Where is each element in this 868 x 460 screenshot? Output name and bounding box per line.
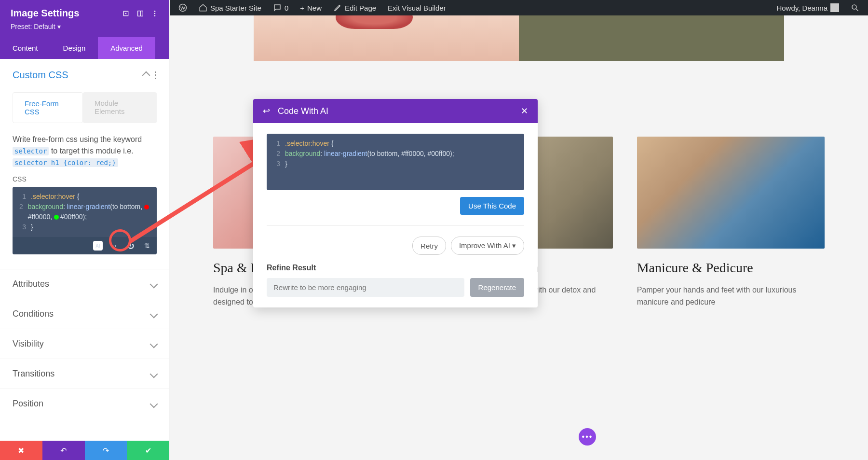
service-body: Pamper your hands and feet with our luxu… bbox=[637, 284, 825, 308]
exit-builder-link[interactable]: Exit Visual Builder bbox=[384, 4, 450, 12]
tab-advanced[interactable]: Advanced bbox=[98, 37, 155, 59]
comment-icon bbox=[273, 3, 282, 12]
svg-point-1 bbox=[125, 13, 127, 14]
sidebar-title: Image Settings bbox=[11, 8, 122, 19]
hero-image[interactable] bbox=[254, 15, 519, 61]
chevron-down-icon bbox=[150, 340, 158, 348]
help-text: Write free-form css using the keyword se… bbox=[13, 134, 157, 168]
undo-button[interactable]: ↶ bbox=[42, 441, 85, 460]
refine-input[interactable] bbox=[267, 278, 464, 297]
user-greeting[interactable]: Howdy, Deanna bbox=[773, 3, 843, 12]
pencil-icon bbox=[333, 3, 342, 12]
tab-design[interactable]: Design bbox=[51, 37, 98, 59]
tab-content[interactable]: Content bbox=[0, 37, 51, 59]
chevron-down-icon: ▾ bbox=[57, 23, 61, 30]
improve-with-ai-button[interactable]: Improve With AI ▾ bbox=[451, 237, 524, 255]
plus-icon: + bbox=[300, 4, 304, 12]
panel-icon[interactable] bbox=[136, 10, 144, 17]
redo-button[interactable]: ↷ bbox=[85, 441, 127, 460]
chevron-down-icon bbox=[150, 400, 158, 408]
avatar bbox=[830, 3, 839, 12]
svg-point-4 bbox=[154, 11, 156, 12]
use-code-button[interactable]: Use This Code bbox=[460, 197, 524, 215]
builder-fab[interactable]: ••• bbox=[579, 428, 596, 446]
svg-point-7 bbox=[179, 4, 187, 12]
css-editor[interactable]: 1.selector:hover { 2 background: linear-… bbox=[13, 187, 157, 254]
target-icon[interactable] bbox=[122, 10, 130, 17]
accordion-position[interactable]: Position bbox=[0, 389, 169, 418]
site-link[interactable]: Spa Starter Site bbox=[195, 3, 265, 12]
hero-side-panel bbox=[519, 15, 784, 61]
ai-code-preview: 1.selector:hover { 2 background: linear-… bbox=[267, 134, 524, 190]
sidebar-header: Image Settings Preset: Default ▾ bbox=[0, 0, 169, 37]
home-icon bbox=[199, 3, 207, 12]
sidebar-footer: ✖ ↶ ↷ ✔ bbox=[0, 441, 169, 460]
sidebar-tabs: Content Design Advanced bbox=[0, 37, 169, 59]
svg-line-9 bbox=[856, 9, 858, 11]
sidebar-body: Custom CSS Free-Form CSS Module Elements… bbox=[0, 59, 169, 441]
chevron-down-icon: ▾ bbox=[512, 241, 516, 250]
subtab-freeform[interactable]: Free-Form CSS bbox=[13, 92, 83, 123]
accordion-attributes[interactable]: Attributes bbox=[0, 269, 169, 299]
back-icon[interactable]: ↩ bbox=[263, 106, 270, 116]
search-icon[interactable] bbox=[847, 3, 863, 12]
kebab-icon[interactable] bbox=[155, 71, 157, 79]
expand-icon[interactable]: ↔ bbox=[109, 241, 119, 251]
chevron-down-icon bbox=[150, 310, 158, 318]
sort-icon[interactable]: ⇅ bbox=[142, 241, 152, 251]
svg-point-5 bbox=[154, 13, 156, 14]
wp-logo-icon[interactable] bbox=[175, 3, 191, 12]
css-field-label: CSS bbox=[13, 175, 157, 183]
cancel-button[interactable]: ✖ bbox=[0, 441, 42, 460]
edit-page-link[interactable]: Edit Page bbox=[329, 3, 380, 12]
svg-point-8 bbox=[852, 5, 856, 9]
ai-button[interactable]: AI bbox=[93, 241, 103, 251]
chevron-down-icon bbox=[150, 370, 158, 378]
save-button[interactable]: ✔ bbox=[127, 441, 169, 460]
more-icon: ••• bbox=[582, 432, 593, 441]
preset-selector[interactable]: Preset: Default ▾ bbox=[11, 23, 122, 30]
regenerate-button[interactable]: Regenerate bbox=[470, 278, 524, 297]
retry-button[interactable]: Retry bbox=[412, 237, 446, 255]
section-custom-css[interactable]: Custom CSS bbox=[13, 70, 68, 81]
editor-toolbar: AI ↔ ⏻ ⇅ bbox=[13, 237, 157, 254]
service-title: Manicure & Pedicure bbox=[637, 260, 825, 276]
service-image[interactable] bbox=[637, 137, 825, 249]
settings-sidebar: Image Settings Preset: Default ▾ Content… bbox=[0, 0, 170, 460]
modal-title: Code With AI bbox=[278, 106, 328, 116]
svg-point-6 bbox=[154, 15, 156, 16]
subtab-module-elements[interactable]: Module Elements bbox=[83, 92, 157, 123]
accordion-conditions[interactable]: Conditions bbox=[0, 299, 169, 329]
refine-label: Refine Result bbox=[267, 264, 524, 272]
comments-link[interactable]: 0 bbox=[269, 3, 292, 12]
close-icon[interactable]: ✕ bbox=[521, 106, 528, 116]
wp-admin-bar: Spa Starter Site 0 +New Edit Page Exit V… bbox=[170, 0, 868, 15]
service-card: Manicure & Pedicure Pamper your hands an… bbox=[637, 137, 825, 308]
chevron-down-icon bbox=[150, 280, 158, 288]
new-link[interactable]: +New bbox=[296, 4, 326, 12]
chevron-up-icon[interactable] bbox=[142, 71, 150, 79]
accordion-transitions[interactable]: Transitions bbox=[0, 359, 169, 389]
accordion-visibility[interactable]: Visibility bbox=[0, 329, 169, 359]
ai-modal: ↩ Code With AI ✕ 1.selector:hover { 2 ba… bbox=[253, 99, 538, 307]
modal-header[interactable]: ↩ Code With AI ✕ bbox=[253, 99, 538, 123]
power-icon[interactable]: ⏻ bbox=[126, 241, 136, 251]
kebab-icon[interactable] bbox=[151, 10, 159, 17]
